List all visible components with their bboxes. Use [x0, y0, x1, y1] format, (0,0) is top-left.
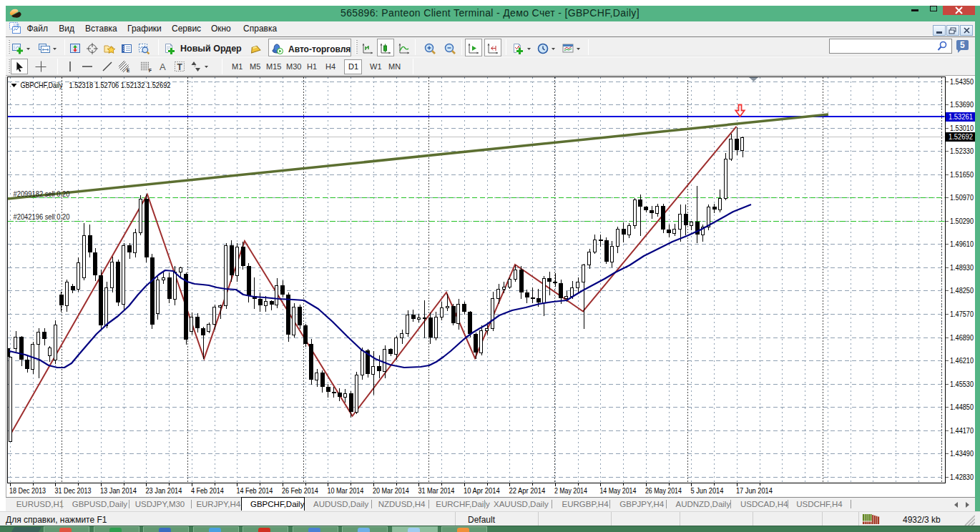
svg-text:1.54350: 1.54350	[950, 77, 974, 86]
svg-text:#2099182 sell 0.20: #2099182 sell 0.20	[14, 190, 70, 198]
svg-text:13 Jan 2014: 13 Jan 2014	[100, 486, 137, 495]
svg-text:123: 123	[13, 23, 19, 27]
svg-text:26 May 2014: 26 May 2014	[645, 486, 682, 495]
svg-text:1.50290: 1.50290	[950, 217, 974, 225]
svg-text:4 Feb 2014: 4 Feb 2014	[191, 486, 224, 495]
svg-text:1.50970: 1.50970	[950, 193, 974, 202]
svg-text:A: A	[160, 61, 166, 72]
svg-text:31 Mar 2014: 31 Mar 2014	[418, 486, 454, 495]
svg-text:T: T	[177, 62, 183, 72]
svg-text:E: E	[127, 68, 130, 73]
svg-text:23 Jan 2014: 23 Jan 2014	[145, 486, 182, 495]
svg-text:1.46890: 1.46890	[950, 333, 974, 342]
svg-text:18 Dec 2013: 18 Dec 2013	[9, 486, 46, 495]
svg-text:26 Feb 2014: 26 Feb 2014	[282, 486, 318, 495]
svg-text:1.45530: 1.45530	[950, 380, 974, 388]
svg-text:1.49610: 1.49610	[950, 240, 974, 248]
svg-text:1.48930: 1.48930	[950, 263, 974, 272]
svg-text:1.42830: 1.42830	[950, 473, 974, 481]
svg-text:14 May 2014: 14 May 2014	[599, 486, 636, 495]
svg-text:22 Apr 2014: 22 Apr 2014	[509, 486, 545, 495]
svg-text:10 Mar 2014: 10 Mar 2014	[327, 486, 363, 495]
svg-text:1.48250: 1.48250	[950, 286, 974, 295]
svg-text:5 Jun 2014: 5 Jun 2014	[690, 486, 723, 495]
svg-text:10 Apr 2014: 10 Apr 2014	[464, 486, 500, 495]
svg-text:17 Jun 2014: 17 Jun 2014	[736, 486, 773, 495]
svg-text:1.46210: 1.46210	[950, 356, 974, 365]
svg-text:#2042196 sell 0.20: #2042196 sell 0.20	[14, 213, 70, 221]
svg-text:1.44170: 1.44170	[950, 426, 974, 435]
svg-text:1.51650: 1.51650	[950, 170, 974, 179]
svg-text:1.52318 1.52706 1.52132 1.5269: 1.52318 1.52706 1.52132 1.52692	[69, 81, 171, 89]
svg-text:2 May 2014: 2 May 2014	[554, 486, 587, 495]
svg-text:F: F	[149, 68, 152, 73]
svg-text:1.43490: 1.43490	[950, 449, 974, 458]
svg-text:1.44850: 1.44850	[950, 403, 974, 411]
svg-text:1.52692: 1.52692	[949, 132, 973, 141]
svg-text:31 Dec 2013: 31 Dec 2013	[54, 486, 91, 495]
svg-text:GBPCHF,Daily: GBPCHF,Daily	[21, 81, 64, 89]
svg-text:20 Mar 2014: 20 Mar 2014	[373, 486, 409, 495]
svg-text:1.53010: 1.53010	[950, 124, 974, 132]
svg-text:1.53690: 1.53690	[950, 100, 974, 109]
svg-text:1.53261: 1.53261	[949, 112, 973, 121]
svg-text:1.52330: 1.52330	[950, 147, 974, 155]
svg-text:14 Feb 2014: 14 Feb 2014	[236, 486, 273, 495]
svg-text:1.47570: 1.47570	[950, 310, 974, 318]
